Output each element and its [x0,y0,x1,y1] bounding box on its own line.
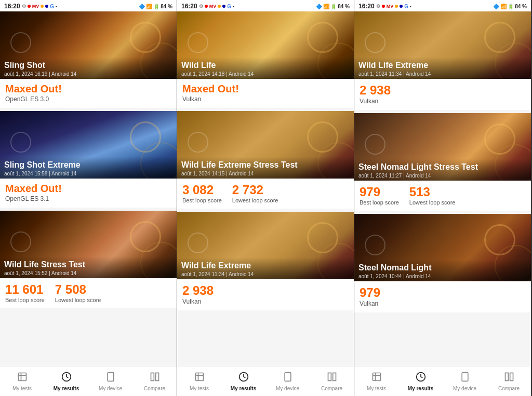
bench-result: 979 Best loop score513 Lowest loop score [354,181,531,211]
bench-image-overlay: Sling Shot Extremeaoût 1, 2024 15:58 | A… [0,157,177,179]
bench-title: Sling Shot Extreme [4,160,172,170]
content-area-panel1[interactable]: Sling Shotaoût 1, 2024 16:19 | Android 1… [0,11,177,366]
single-score-number: 2 938 [360,83,526,98]
result-best-score: 3 082 Best loop score [182,183,222,203]
nav-label-my-results: My results [408,386,433,391]
status-dot-orange [218,5,221,8]
bench-card-sling-shot-extreme[interactable]: Sling Shot Extremeaoût 1, 2024 15:58 | A… [0,111,177,208]
bench-card-steel-nomad-stress[interactable]: Steel Nomad Light Stress Testaoût 1, 202… [354,113,531,211]
status-battery-icon: 🔋 [330,4,337,9]
svg-rect-8 [328,373,331,380]
status-right: 🔷 📶 🔋 84 % [493,4,527,9]
status-icon-mv: MV [209,4,217,9]
status-left: 16:20 ⚙ MV G • [4,3,57,10]
lowest-score-number: 7 508 [55,282,101,297]
content-area-panel3[interactable]: Wild Life Extremeaoût 1, 2024 11:34 | An… [354,11,531,366]
single-score-number: 979 [360,285,526,300]
status-dot-orange [41,5,44,8]
single-score-number: 2 938 [182,283,349,298]
bench-image-overlay: Wild Life Extreme Stress Testaoût 1, 202… [177,157,354,179]
nav-item-my-device[interactable]: My device [443,366,487,396]
nav-icon-compare [150,372,160,385]
bench-image-sling-shot-extreme: Sling Shot Extremeaoût 1, 2024 15:58 | A… [0,111,177,179]
best-score-label: Best loop score [360,199,399,206]
bench-result: 979 Vulkan [354,281,531,312]
bench-title: Steel Nomad Light [358,263,527,272]
status-time: 16:20 [181,3,197,10]
status-dot-red [205,5,208,8]
svg-rect-4 [155,373,158,380]
bench-image-overlay: Wild Life Extremeaoût 1, 2024 11:34 | An… [354,57,531,79]
result-scores: 11 601 Best loop score7 508 Lowest loop … [5,282,171,303]
nav-icon-my-results [416,372,426,385]
content-area-panel2[interactable]: Wild Lifeaoût 1, 2024 14:18 | Android 14… [177,11,354,366]
my-results-icon [61,372,72,382]
nav-label-my-device: My device [276,386,299,391]
status-dot-small: • [233,4,234,9]
nav-item-my-tests[interactable]: My tests [0,366,44,396]
bench-image-overlay: Steel Nomad Light Stress Testaoût 1, 202… [354,159,531,181]
nav-item-my-device[interactable]: My device [265,366,310,396]
bench-card-sling-shot[interactable]: Sling Shotaoût 1, 2024 16:19 | Android 1… [0,11,177,108]
nav-item-compare[interactable]: Compare [132,366,177,396]
bench-title: Wild Life [181,60,350,70]
bench-card-wildlife-extreme[interactable]: Wild Life Extremeaoût 1, 2024 11:34 | An… [177,212,354,310]
my-tests-icon [371,372,382,382]
nav-label-compare: Compare [498,386,520,391]
bench-subtitle: août 1, 2024 11:34 | Android 14 [181,271,350,277]
bench-card-wild-life[interactable]: Wild Lifeaoût 1, 2024 14:18 | Android 14… [177,11,354,108]
bench-card-steel-nomad[interactable]: Steel Nomad Lightaoût 1, 2024 10:44 | An… [354,214,531,312]
bench-subtitle: août 1, 2024 14:18 | Android 14 [181,71,350,77]
status-icon-settings: ⚙ [376,4,380,9]
bench-subtitle: août 1, 2024 14:15 | Android 14 [181,171,350,176]
status-battery-pct: 84 % [338,4,350,9]
status-left: 16:20 ⚙ MV G • [358,3,411,10]
result-single: 2 938 Vulkan [360,83,526,105]
svg-rect-9 [332,373,336,380]
result-best-score: 11 601 Best loop score [5,282,45,303]
bench-image-overlay: Wild Life Stress Testaoût 1, 2024 15:52 … [0,256,177,278]
nav-label-my-results: My results [54,386,79,391]
nav-icon-compare [327,372,337,385]
nav-item-my-results[interactable]: My results [398,366,443,396]
status-wifi-icon: 📶 [146,4,152,9]
nav-item-my-tests[interactable]: My tests [354,366,398,396]
bench-card-wildlife-extreme-top[interactable]: Wild Life Extremeaoût 1, 2024 11:34 | An… [354,11,531,110]
compare-icon [150,372,160,382]
bench-title: Sling Shot [4,60,172,70]
bench-subtitle: août 1, 2024 11:34 | Android 14 [358,71,527,77]
best-score-number: 3 082 [182,183,222,197]
bench-result: 11 601 Best loop score7 508 Lowest loop … [0,278,177,308]
nav-item-compare[interactable]: Compare [310,366,354,396]
nav-label-my-tests: My tests [367,386,386,391]
nav-item-my-device[interactable]: My device [88,366,132,396]
best-score-number: 11 601 [5,282,45,297]
nav-item-compare[interactable]: Compare [487,366,531,396]
nav-item-my-results[interactable]: My results [44,366,88,396]
bench-image-overlay: Steel Nomad Lightaoût 1, 2024 10:44 | An… [354,260,531,281]
nav-item-my-results[interactable]: My results [221,366,265,396]
nav-item-my-tests[interactable]: My tests [177,366,221,396]
single-api-label: Vulkan [360,98,526,105]
result-api-label: Vulkan [182,95,349,103]
nav-label-compare: Compare [144,386,165,391]
result-best-score: 979 Best loop score [360,185,399,206]
status-bar: 16:20 ⚙ MV G • 🔷 📶 🔋 84 % [0,0,177,11]
status-dot-red [28,5,31,8]
nav-icon-my-tests [194,372,205,385]
result-lowest-score: 513 Lowest loop score [409,185,456,206]
lowest-score-label: Lowest loop score [232,197,278,203]
bench-card-wildlife-stress[interactable]: Wild Life Stress Testaoût 1, 2024 15:52 … [0,211,177,308]
bench-subtitle: août 1, 2024 15:52 | Android 14 [4,270,172,276]
phone-panel-panel1: 16:20 ⚙ MV G • 🔷 📶 🔋 84 % Sling Shotaoût… [0,0,177,396]
bench-image-wildlife-extreme-stress: Wild Life Extreme Stress Testaoût 1, 202… [177,111,354,179]
phone-panel-panel3: 16:20 ⚙ MV G • 🔷 📶 🔋 84 % Wild Life Extr… [354,0,531,396]
bench-image-wildlife-extreme-top: Wild Life Extremeaoût 1, 2024 11:34 | An… [354,11,531,79]
bench-image-overlay: Wild Lifeaoût 1, 2024 14:18 | Android 14 [177,57,354,79]
status-dot-red [382,5,385,8]
bench-card-wildlife-extreme-stress[interactable]: Wild Life Extreme Stress Testaoût 1, 202… [177,111,354,209]
status-wifi-icon: 📶 [323,4,329,9]
status-bt-icon: 🔷 [316,4,322,9]
status-time: 16:20 [358,3,375,10]
status-bar: 16:20 ⚙ MV G • 🔷 📶 🔋 84 % [177,0,354,11]
